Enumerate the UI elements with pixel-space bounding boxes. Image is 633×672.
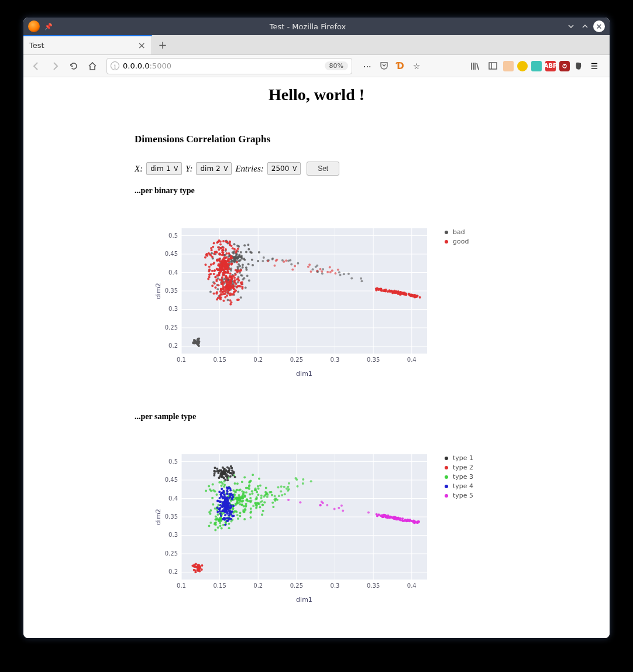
svg-point-531 bbox=[222, 249, 224, 251]
svg-text:0.35: 0.35 bbox=[165, 287, 178, 294]
svg-point-513 bbox=[214, 269, 216, 272]
svg-text:0.15: 0.15 bbox=[213, 356, 226, 363]
site-info-icon[interactable]: i bbox=[111, 61, 119, 70]
svg-point-1072 bbox=[260, 497, 263, 499]
ext-icon-2[interactable] bbox=[517, 61, 528, 71]
section-title: Dimensions Correlation Graphs bbox=[135, 133, 539, 145]
svg-text:0.2: 0.2 bbox=[253, 582, 263, 589]
svg-point-690 bbox=[331, 269, 333, 272]
svg-point-1293 bbox=[222, 517, 225, 520]
svg-point-1424 bbox=[217, 472, 219, 474]
svg-point-901 bbox=[263, 501, 266, 503]
y-select[interactable]: dim 2ᐯ bbox=[196, 162, 232, 175]
svg-point-1084 bbox=[257, 502, 260, 504]
svg-point-673 bbox=[239, 285, 242, 287]
svg-point-504 bbox=[207, 277, 209, 280]
back-button[interactable] bbox=[28, 58, 44, 74]
address-bar[interactable]: i 0.0.0.0:5000 80% bbox=[106, 58, 352, 74]
svg-point-952 bbox=[270, 491, 273, 493]
svg-point-29 bbox=[247, 248, 250, 251]
svg-point-373 bbox=[219, 244, 222, 246]
svg-point-643 bbox=[221, 291, 223, 293]
set-button[interactable]: Set bbox=[307, 162, 339, 176]
minimize-button[interactable] bbox=[565, 20, 577, 32]
reload-button[interactable] bbox=[66, 58, 82, 74]
svg-point-1079 bbox=[288, 482, 290, 485]
svg-point-134 bbox=[240, 258, 243, 260]
svg-point-992 bbox=[245, 499, 247, 502]
svg-point-265 bbox=[343, 273, 345, 275]
svg-point-1569 bbox=[299, 501, 301, 503]
svg-point-74 bbox=[257, 260, 259, 262]
svg-rect-0 bbox=[489, 63, 497, 69]
svg-point-57 bbox=[243, 258, 245, 260]
svg-point-483 bbox=[237, 248, 239, 250]
svg-point-684 bbox=[274, 265, 276, 267]
svg-point-648 bbox=[230, 279, 232, 282]
ext-icon-ublock[interactable] bbox=[559, 61, 570, 71]
svg-point-508 bbox=[219, 253, 221, 256]
svg-point-676 bbox=[229, 285, 232, 287]
svg-text:0.4: 0.4 bbox=[168, 495, 178, 502]
svg-point-1234 bbox=[219, 500, 222, 503]
ext-icon-3[interactable] bbox=[531, 61, 542, 71]
svg-point-89 bbox=[239, 259, 242, 262]
page-actions-icon[interactable]: ⋯ bbox=[360, 59, 374, 73]
svg-point-968 bbox=[235, 503, 237, 506]
svg-point-1559 bbox=[382, 515, 384, 517]
ext-icon-evernote[interactable] bbox=[573, 61, 584, 71]
forward-button[interactable] bbox=[47, 58, 63, 74]
window-title: Test - Mozilla Firefox bbox=[53, 22, 563, 31]
svg-point-465 bbox=[218, 265, 221, 268]
svg-point-1334 bbox=[225, 506, 228, 508]
svg-text:0.25: 0.25 bbox=[165, 324, 178, 331]
svg-point-533 bbox=[229, 273, 232, 275]
svg-point-1419 bbox=[225, 475, 227, 477]
svg-point-697 bbox=[310, 270, 312, 273]
sidebar-icon[interactable] bbox=[486, 59, 500, 73]
x-select[interactable]: dim 1ᐯ bbox=[146, 162, 182, 175]
svg-point-215 bbox=[240, 296, 242, 299]
svg-point-399 bbox=[218, 248, 220, 251]
svg-point-594 bbox=[215, 292, 218, 294]
svg-point-534 bbox=[222, 273, 224, 276]
svg-point-1117 bbox=[228, 527, 231, 529]
svg-point-955 bbox=[211, 497, 214, 499]
bookmark-star-icon[interactable]: ☆ bbox=[410, 59, 424, 73]
svg-text:0.1: 0.1 bbox=[177, 356, 186, 363]
svg-point-1104 bbox=[219, 522, 221, 524]
svg-point-693 bbox=[334, 272, 336, 275]
tab-close-icon[interactable]: × bbox=[138, 40, 146, 51]
svg-point-131 bbox=[239, 265, 241, 268]
svg-point-989 bbox=[215, 493, 218, 496]
svg-text:0.5: 0.5 bbox=[168, 458, 178, 465]
svg-point-368 bbox=[228, 252, 230, 255]
svg-point-481 bbox=[230, 263, 232, 266]
svg-point-115 bbox=[258, 251, 260, 253]
svg-point-658 bbox=[222, 300, 225, 302]
entries-select[interactable]: 2500ᐯ bbox=[267, 162, 301, 175]
extension-d-icon[interactable]: Ɗ bbox=[393, 59, 407, 73]
svg-point-267 bbox=[348, 273, 350, 275]
ext-icon-abp[interactable]: ABP bbox=[545, 61, 556, 71]
svg-point-1303 bbox=[226, 491, 229, 493]
svg-point-1095 bbox=[235, 510, 237, 513]
app-menu-icon[interactable]: ☰ bbox=[587, 59, 601, 73]
svg-point-289 bbox=[225, 252, 228, 255]
ext-icon-1[interactable] bbox=[503, 61, 514, 71]
svg-point-488 bbox=[226, 241, 228, 243]
library-icon[interactable] bbox=[468, 59, 482, 73]
svg-point-64 bbox=[242, 263, 244, 266]
maximize-button[interactable] bbox=[579, 20, 591, 32]
svg-point-1568 bbox=[321, 500, 323, 503]
window-close-button[interactable]: ✕ bbox=[593, 20, 605, 32]
svg-point-266 bbox=[339, 274, 342, 276]
svg-point-949 bbox=[260, 495, 263, 497]
zoom-level[interactable]: 80% bbox=[325, 61, 348, 70]
svg-point-518 bbox=[211, 270, 214, 272]
svg-point-1056 bbox=[230, 520, 232, 523]
new-tab-button[interactable]: + bbox=[152, 35, 173, 54]
home-button[interactable] bbox=[84, 58, 101, 74]
pocket-icon[interactable] bbox=[377, 59, 391, 73]
tab-active[interactable]: Test × bbox=[23, 35, 152, 54]
